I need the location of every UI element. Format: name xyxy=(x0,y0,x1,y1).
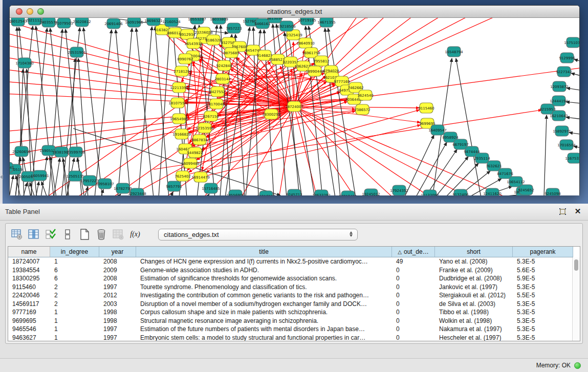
graph-node[interactable]: 19166829 xyxy=(172,129,191,139)
network-table-select[interactable]: citations_edges.txt xyxy=(158,229,358,240)
graph-node[interactable]: 8267150 xyxy=(203,111,219,121)
graph-node[interactable]: 9875685 xyxy=(223,48,239,58)
column-header-in-degree[interactable]: in_degree xyxy=(50,247,99,257)
window-titlebar[interactable]: citations_edges.txt xyxy=(10,6,579,18)
citation-edge-black[interactable] xyxy=(95,30,112,195)
graph-node[interactable]: 7386572 xyxy=(354,104,370,115)
table-row[interactable]: 2242004622012Investigating the contribut… xyxy=(8,291,580,300)
graph-node[interactable]: 9132406 xyxy=(452,189,469,195)
table-row[interactable]: 1938455462009Genome-wide association stu… xyxy=(8,266,580,275)
graph-node[interactable]: 20531901 xyxy=(68,47,86,57)
graph-node[interactable]: 8990762 xyxy=(177,54,193,64)
graph-node[interactable]: 23020812 xyxy=(73,18,91,27)
graph-node[interactable]: 15751074 xyxy=(564,37,579,48)
graph-node[interactable]: 12444194 xyxy=(550,96,568,106)
citation-edge-black[interactable] xyxy=(159,28,170,195)
graph-node[interactable]: 21079503 xyxy=(55,18,73,28)
graph-node[interactable]: 3624540 xyxy=(357,90,373,100)
citation-edge-black[interactable] xyxy=(544,115,547,195)
graph-node[interactable]: 18300295 xyxy=(262,109,280,119)
graph-node[interactable]: 26012543 xyxy=(10,18,27,26)
graph-node[interactable]: 18724007 xyxy=(285,101,303,112)
citation-edge-black[interactable] xyxy=(566,117,579,120)
column-header-title[interactable]: title xyxy=(136,247,392,257)
graph-node[interactable]: 8867834 xyxy=(191,135,208,145)
graph-node[interactable]: 12093872 xyxy=(550,81,569,92)
graph-node[interactable]: 9857791 xyxy=(166,181,182,191)
graph-node[interactable]: 16548794 xyxy=(445,47,463,57)
collapse-panel-arrow-icon[interactable] xyxy=(0,174,3,180)
graph-node[interactable]: 16059941 xyxy=(31,170,49,181)
graph-node[interactable]: 11132094 xyxy=(421,190,439,195)
citation-edge-black[interactable] xyxy=(155,27,169,195)
graph-node[interactable]: 5449822 xyxy=(187,147,203,158)
graph-node[interactable]: 16914479 xyxy=(191,172,210,182)
graph-node[interactable]: 8170046 xyxy=(208,99,225,109)
column-visibility-icon[interactable] xyxy=(43,227,58,242)
float-panel-icon[interactable] xyxy=(558,207,567,215)
citation-edge-black[interactable] xyxy=(118,28,132,195)
graph-node[interactable]: 8427552 xyxy=(209,86,225,97)
column-header-pagerank[interactable]: pagerank xyxy=(513,247,573,257)
citation-edge-black[interactable] xyxy=(404,135,434,195)
new-table-icon[interactable] xyxy=(77,227,92,242)
table-row[interactable]: 911546021997Tourette syndrome. Phenomeno… xyxy=(8,283,580,292)
graph-node[interactable]: 25260650 xyxy=(12,146,31,157)
table-scrollbar-thumb[interactable] xyxy=(574,259,578,271)
show-column-icon[interactable] xyxy=(27,227,41,242)
graph-node[interactable]: 18556906 xyxy=(226,190,245,195)
citation-edge-red[interactable] xyxy=(10,106,294,144)
graph-node[interactable]: 12160524 xyxy=(162,18,181,27)
table-row[interactable]: 1830029562008Estimation of significance … xyxy=(8,274,580,283)
graph-node[interactable]: 10553287 xyxy=(188,18,206,24)
graph-node[interactable]: 8186328 xyxy=(205,35,221,45)
column-header-short[interactable]: short xyxy=(435,247,513,257)
citation-edge-black[interactable] xyxy=(173,28,187,195)
graph-node[interactable]: 10719185 xyxy=(298,18,316,25)
graph-node[interactable]: 7955812 xyxy=(313,56,329,66)
graph-node[interactable]: 19245012 xyxy=(362,189,380,195)
table-row[interactable]: 1456911722003Disruption of a novel membe… xyxy=(8,300,580,309)
table-row[interactable]: 969969511998Structural magnetic resonanc… xyxy=(8,317,580,325)
graph-node[interactable]: 9245712 xyxy=(286,189,302,195)
graph-node[interactable]: 7625402 xyxy=(175,171,190,181)
graph-node[interactable]: 12213399 xyxy=(170,82,188,93)
graph-node[interactable]: 16033809 xyxy=(210,18,228,24)
graph-node[interactable]: 10958107 xyxy=(96,179,114,189)
citation-edge-black[interactable] xyxy=(138,27,152,195)
graph-node[interactable]: 16099489 xyxy=(181,158,200,168)
graph-node[interactable]: 15892971 xyxy=(553,126,571,136)
network-canvas[interactable]: 1872400791638228860128891293423226058932… xyxy=(10,18,579,195)
column-header-year[interactable]: year xyxy=(99,247,136,257)
table-row[interactable]: 946362711997Embryonic stem cells: a mode… xyxy=(8,334,580,342)
graph-node[interactable]: 14633292 xyxy=(312,190,331,195)
graph-node[interactable]: 9115460 xyxy=(418,103,434,113)
graph-node[interactable]: 12411620 xyxy=(483,188,502,195)
graph-node[interactable]: 11675339 xyxy=(565,153,579,163)
graph-node[interactable]: 17016504 xyxy=(557,140,576,150)
graph-node[interactable]: 17924352 xyxy=(390,185,408,195)
graph-node[interactable]: 19654985 xyxy=(170,114,188,124)
citation-edge-black[interactable] xyxy=(116,30,130,195)
side-panel-divider[interactable] xyxy=(0,0,3,204)
column-header-name[interactable]: name xyxy=(8,247,50,257)
citation-edge-black[interactable] xyxy=(207,194,209,195)
citation-edge-red[interactable] xyxy=(206,106,294,173)
citation-edge-black[interactable] xyxy=(571,73,579,77)
column-header-out-degree[interactable]: △out_de… xyxy=(392,247,435,257)
delete-table-icon[interactable] xyxy=(94,227,108,242)
table-row[interactable]: 946554611997Estimation of the future num… xyxy=(8,325,580,334)
table-row[interactable]: 1872400712008Changes of HCN gene express… xyxy=(8,257,580,266)
graph-node[interactable]: 9227342 xyxy=(556,67,572,77)
citation-edge-black[interactable] xyxy=(10,176,13,195)
graph-node[interactable]: 20691406 xyxy=(104,18,123,29)
graph-node[interactable]: 2718126 xyxy=(173,66,190,76)
citation-edge-black[interactable] xyxy=(49,29,62,195)
graph-node[interactable]: 9245652 xyxy=(518,185,534,195)
import-table-icon[interactable] xyxy=(111,227,125,242)
graph-node[interactable]: 7857223 xyxy=(226,23,242,33)
graph-node[interactable]: 18640910 xyxy=(296,38,315,48)
graph-node[interactable]: 9242848 xyxy=(216,60,232,71)
function-builder-icon[interactable]: f(x) xyxy=(128,227,142,242)
row-options-icon[interactable] xyxy=(60,227,75,242)
